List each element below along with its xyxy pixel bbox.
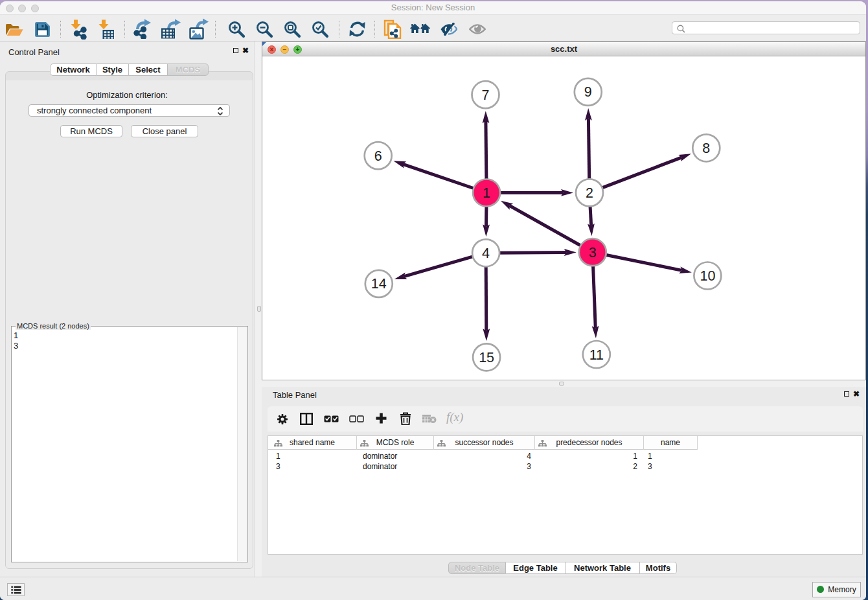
svg-text:3: 3: [589, 245, 597, 260]
svg-text:6: 6: [374, 148, 382, 164]
svg-text:4: 4: [482, 246, 490, 261]
svg-text:2: 2: [586, 185, 593, 201]
svg-text:7: 7: [482, 87, 490, 103]
svg-text:1: 1: [483, 185, 490, 201]
svg-text:8: 8: [702, 141, 710, 156]
svg-text:10: 10: [700, 268, 715, 284]
svg-text:14: 14: [371, 276, 387, 292]
svg-text:9: 9: [584, 84, 592, 100]
svg-text:15: 15: [479, 350, 494, 365]
svg-text:11: 11: [589, 347, 604, 363]
